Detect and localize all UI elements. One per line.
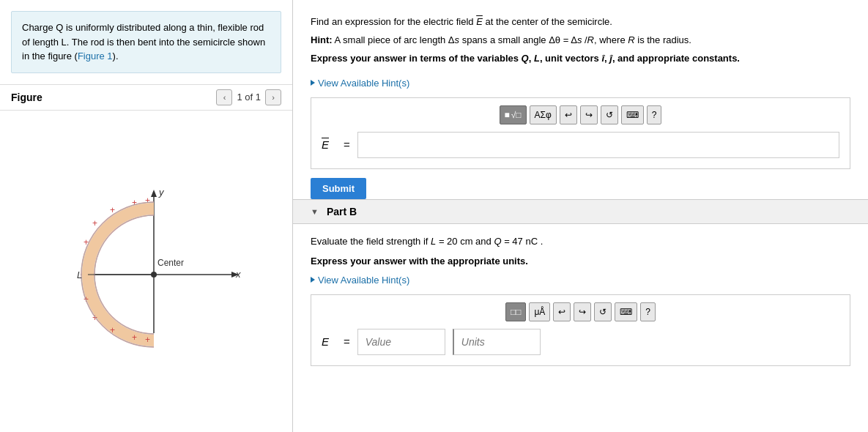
prev-button[interactable]: ‹ <box>216 89 232 105</box>
problem-text-suffix: ). <box>113 51 119 62</box>
redo-btn-a[interactable]: ↪ <box>580 105 598 124</box>
hint-arrow-b <box>311 277 315 283</box>
formula-icon-a: ■ <box>505 110 510 120</box>
redo-icon-b: ↪ <box>579 307 586 317</box>
intro-line1: Find an expression for the electric fiel… <box>311 15 850 30</box>
keyboard-icon-a: ⌨ <box>626 110 639 120</box>
figure-svg: y x + + + + + + <box>37 179 256 362</box>
right-panel: Find an expression for the electric fiel… <box>293 0 868 432</box>
part-b-title: Part B <box>327 206 357 217</box>
part-b-section: ▼ Part B Evaluate the field strength if … <box>311 199 850 366</box>
figure-header: Figure ‹ 1 of 1 › <box>0 84 292 111</box>
svg-text:+: + <box>132 198 137 208</box>
sqrt-icon-a: √□ <box>511 110 522 120</box>
problem-description: Charge Q is uniformly distributed along … <box>11 11 281 73</box>
unit-icon-b: μÅ <box>534 307 545 317</box>
next-button[interactable]: › <box>265 89 281 105</box>
redo-btn-b[interactable]: ↪ <box>574 302 591 321</box>
help-icon-a: ? <box>652 110 657 120</box>
answer-row-b: E = <box>322 329 839 355</box>
figure-nav: ‹ 1 of 1 › <box>216 89 281 105</box>
hint-link-b-label: View Available Hint(s) <box>318 275 409 286</box>
answer-row-a: E = <box>322 132 839 158</box>
value-input-b[interactable] <box>357 329 445 355</box>
help-btn-a[interactable]: ? <box>647 105 662 124</box>
problem-text: Charge Q is uniformly distributed along … <box>22 22 265 62</box>
submit-label-a: Submit <box>322 183 355 194</box>
page-indicator: 1 of 1 <box>237 92 261 103</box>
reset-btn-b[interactable]: ↺ <box>594 302 612 321</box>
units-input-b[interactable] <box>453 329 541 355</box>
reset-btn-a[interactable]: ↺ <box>601 105 618 124</box>
hint-link-b[interactable]: View Available Hint(s) <box>311 275 409 286</box>
figure-section: Figure ‹ 1 of 1 › y x <box>0 84 292 433</box>
hint-arrow-a <box>311 80 315 86</box>
top-intro: Find an expression for the electric fiel… <box>311 15 850 66</box>
svg-text:Center: Center <box>157 258 184 268</box>
keyboard-btn-b[interactable]: ⌨ <box>615 302 637 321</box>
intro-line3: Express your answer in terms of the vari… <box>311 51 850 67</box>
keyboard-btn-a[interactable]: ⌨ <box>621 105 644 124</box>
part-b-intro2: Express your answer with the appropriate… <box>311 254 850 269</box>
answer-box-b: □□ μÅ ↩ ↪ ↺ ⌨ ? <box>311 294 850 366</box>
answer-var-a: E <box>322 138 336 151</box>
svg-text:+: + <box>92 218 97 228</box>
figure-link[interactable]: Figure 1 <box>78 51 113 62</box>
svg-point-17 <box>151 272 157 278</box>
svg-text:L: L <box>77 269 82 280</box>
figure-canvas: y x + + + + + + <box>0 111 292 433</box>
undo-btn-b[interactable]: ↩ <box>553 302 571 321</box>
undo-btn-a[interactable]: ↩ <box>560 105 577 124</box>
equals-a: = <box>344 138 350 151</box>
keyboard-icon-b: ⌨ <box>620 307 632 317</box>
svg-text:+: + <box>132 332 137 343</box>
svg-text:+: + <box>145 335 150 345</box>
svg-text:+: + <box>145 195 150 206</box>
reset-icon-a: ↺ <box>606 110 613 120</box>
reset-icon-b: ↺ <box>599 307 607 317</box>
svg-marker-2 <box>151 190 157 197</box>
help-icon-b: ? <box>645 307 650 317</box>
submit-button-a[interactable]: Submit <box>311 178 366 199</box>
help-btn-b[interactable]: ? <box>640 302 656 321</box>
part-b-header: ▼ Part B <box>293 199 868 224</box>
equals-b: = <box>344 335 350 348</box>
toolbar-b: □□ μÅ ↩ ↪ ↺ ⌨ ? <box>322 302 839 321</box>
answer-box-a: ■ √□ AΣφ ↩ ↪ ↺ ⌨ ? E = <box>311 97 850 169</box>
formula-icon-b: □□ <box>511 307 522 317</box>
toolbar-a: ■ √□ AΣφ ↩ ↪ ↺ ⌨ ? <box>322 105 839 124</box>
symbol-btn-a[interactable]: AΣφ <box>530 105 557 124</box>
hint-link-a[interactable]: View Available Hint(s) <box>311 78 409 89</box>
undo-icon-a: ↩ <box>565 110 572 120</box>
intro-line2: Hint: A small piece of arc length Δs spa… <box>311 33 850 48</box>
answer-input-a[interactable] <box>357 132 839 158</box>
undo-icon-b: ↩ <box>558 307 565 317</box>
svg-text:+: + <box>84 237 89 247</box>
part-b-intro1: Evaluate the field strength if L = 20 cm… <box>311 234 850 250</box>
formula-btn-a[interactable]: ■ √□ <box>500 105 527 124</box>
answer-var-b: E <box>322 335 336 348</box>
svg-text:x: x <box>235 269 241 280</box>
hint-link-a-label: View Available Hint(s) <box>318 78 409 89</box>
formula-btn-b[interactable]: □□ <box>505 302 527 321</box>
symbol-icon-a: AΣφ <box>535 110 552 120</box>
unit-btn-b[interactable]: μÅ <box>529 302 550 321</box>
left-panel: Charge Q is uniformly distributed along … <box>0 0 293 432</box>
part-b-toggle-icon[interactable]: ▼ <box>311 207 319 216</box>
figure-label: Figure <box>11 92 216 103</box>
svg-text:y: y <box>158 187 165 198</box>
redo-icon-a: ↪ <box>585 110 593 120</box>
